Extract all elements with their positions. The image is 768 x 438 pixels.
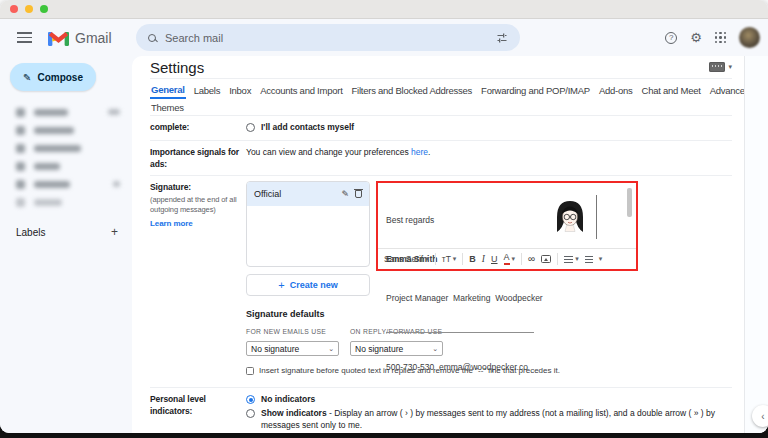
align-button[interactable]: ▾ — [564, 253, 579, 265]
signature-sublabel: (appended at the end of all outgoing mes… — [150, 195, 246, 215]
main-menu-icon[interactable] — [17, 32, 32, 43]
zoom-window-button[interactable] — [40, 5, 48, 13]
learn-more-link[interactable]: Learn more — [150, 218, 246, 230]
show-side-panel-button[interactable]: ‹ — [752, 405, 768, 427]
font-size-button[interactable]: ᴛT ▾ — [442, 253, 457, 265]
ads-text: You can view and change your preferences — [246, 147, 411, 157]
keyboard-icon — [709, 62, 725, 72]
gmail-header: Gmail ? ⚙ — [0, 19, 768, 56]
gmail-logo[interactable]: Gmail — [48, 30, 112, 46]
list-icon[interactable] — [585, 256, 593, 263]
chevron-down-icon: ▾ — [512, 253, 516, 265]
sidebar-folder-list — [0, 103, 132, 211]
tab-general[interactable]: General — [150, 82, 186, 99]
signature-item-official[interactable]: Official ✎ — [247, 182, 369, 206]
radio-label: I'll add contacts myself — [261, 122, 354, 132]
more-options-icon[interactable]: ▾ — [599, 253, 603, 265]
text-color-button[interactable]: A ▾ — [504, 253, 516, 265]
signature-list: Official ✎ — [246, 181, 370, 267]
tab-labels[interactable]: Labels — [193, 83, 222, 98]
preferences-link[interactable]: here — [411, 147, 428, 157]
search-icon — [148, 34, 156, 42]
search-bar[interactable] — [136, 24, 520, 51]
insert-before-quoted-checkbox[interactable] — [246, 367, 254, 375]
input-tools-button[interactable]: ▾ — [709, 62, 732, 72]
setting-label: Importance signals for ads: — [150, 146, 246, 170]
gmail-m-icon — [48, 30, 69, 46]
account-avatar[interactable] — [739, 27, 760, 48]
setting-row-signature: Signature: (appended at the end of all o… — [150, 176, 732, 388]
signature-avatar-illustration — [552, 196, 588, 238]
setting-label: Personal level indicators: — [150, 393, 246, 433]
sidebar-item-blurred[interactable] — [0, 103, 132, 121]
signature-editor-highlighted[interactable]: Best regards Emma Smith Project Manager … — [376, 181, 638, 271]
new-emails-select[interactable]: No signature ⌄ — [246, 341, 339, 356]
signature-divider-line — [386, 332, 534, 333]
align-left-icon — [564, 256, 573, 263]
signature-line-role: Project Manager Marketing Woodpecker — [386, 292, 628, 305]
settings-main: Settings ▾ General Labels Inbox Accounts… — [132, 56, 744, 433]
google-apps-icon[interactable] — [715, 32, 726, 43]
tab-advanced[interactable]: Advanced — [709, 83, 744, 98]
tab-accounts-and-import[interactable]: Accounts and Import — [259, 83, 343, 98]
new-emails-label: FOR NEW EMAILS USE — [246, 326, 339, 338]
sidebar-item-blurred[interactable] — [0, 121, 132, 139]
chevron-down-icon: ▾ — [453, 253, 457, 265]
tab-themes[interactable]: Themes — [150, 100, 185, 115]
tab-forwarding[interactable]: Forwarding and POP/IMAP — [480, 83, 591, 98]
compose-pencil-icon: ✎ — [23, 72, 31, 83]
tab-addons[interactable]: Add-ons — [598, 83, 634, 98]
chevron-down-icon: ▾ — [575, 253, 579, 265]
radio-description: - Display an arrow ( › ) by messages sen… — [261, 408, 715, 430]
header-actions: ? ⚙ — [665, 19, 760, 56]
edit-signature-icon[interactable]: ✎ — [341, 190, 349, 199]
tab-inbox[interactable]: Inbox — [228, 83, 252, 98]
compose-label: Compose — [37, 72, 83, 83]
radio-no-indicators[interactable] — [246, 395, 255, 404]
macos-titlebar — [0, 0, 768, 19]
insert-link-icon[interactable]: ∞ — [528, 253, 535, 265]
insert-image-icon[interactable] — [541, 255, 551, 263]
settings-tabs: General Labels Inbox Accounts and Import… — [150, 79, 732, 116]
setting-label: complete: — [150, 121, 246, 135]
help-icon[interactable]: ? — [665, 32, 677, 44]
setting-row-autocomplete: complete: I'll add contacts myself — [150, 116, 732, 141]
editor-scrollbar[interactable] — [627, 188, 632, 217]
underline-button[interactable]: U — [491, 253, 498, 265]
close-window-button[interactable] — [10, 5, 18, 13]
chevron-down-icon: ▾ — [728, 63, 732, 71]
chevron-left-icon: ‹ — [761, 411, 764, 422]
radio-show-indicators[interactable] — [246, 409, 255, 418]
font-family-button[interactable]: Sans Serif ▾ — [384, 253, 429, 265]
setting-label: Signature: — [150, 182, 191, 192]
labels-heading: Labels — [16, 227, 45, 238]
delete-signature-icon[interactable] — [355, 190, 362, 198]
signature-line-greeting: Best regards — [386, 214, 628, 227]
radio-add-contacts-myself[interactable] — [246, 123, 255, 132]
minimize-window-button[interactable] — [25, 5, 33, 13]
chevron-down-icon: ⌄ — [328, 343, 334, 355]
search-input[interactable] — [165, 32, 487, 44]
create-new-signature-button[interactable]: + Create new — [246, 274, 370, 296]
sidebar-item-blurred[interactable] — [0, 175, 132, 193]
macos-window: Gmail ? ⚙ ✎ Compose — [0, 0, 768, 433]
sidebar: ✎ Compose Labels + — [0, 56, 132, 433]
search-options-icon[interactable] — [496, 32, 508, 44]
create-label-icon[interactable]: + — [111, 225, 118, 239]
compose-button[interactable]: ✎ Compose — [10, 63, 96, 91]
setting-row-importance-signals: Importance signals for ads: You can view… — [150, 141, 732, 176]
tab-chat-and-meet[interactable]: Chat and Meet — [641, 83, 702, 98]
bold-button[interactable]: B — [469, 253, 476, 265]
tab-filters[interactable]: Filters and Blocked Addresses — [351, 83, 474, 98]
radio-label: No indicators — [261, 394, 315, 404]
settings-gear-icon[interactable]: ⚙ — [690, 31, 702, 44]
plus-icon: + — [278, 279, 284, 291]
side-panel-strip: ‹ — [744, 56, 768, 433]
italic-button[interactable]: I — [482, 253, 485, 265]
sidebar-item-blurred[interactable] — [0, 193, 132, 211]
sidebar-item-blurred[interactable] — [0, 139, 132, 157]
sidebar-item-blurred[interactable] — [0, 157, 132, 175]
signature-name: Official — [254, 188, 335, 200]
signature-line-contact: 500-730-530 emma@woodpecker.co — [386, 361, 628, 374]
editor-toolbar: Sans Serif ▾ ᴛT ▾ B I — [378, 248, 636, 269]
